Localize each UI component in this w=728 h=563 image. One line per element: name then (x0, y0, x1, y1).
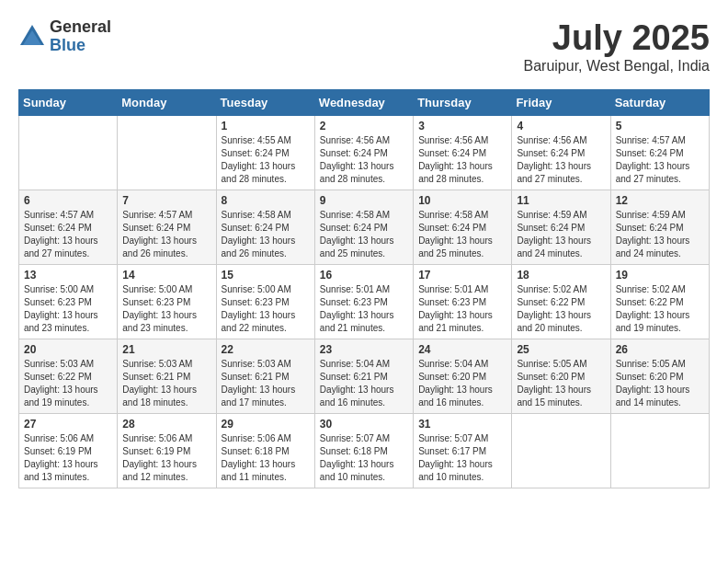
calendar-cell: 29Sunrise: 5:06 AM Sunset: 6:18 PM Dayli… (216, 414, 314, 488)
day-number: 8 (222, 194, 310, 207)
day-number: 3 (418, 120, 506, 132)
cell-text: Sunrise: 5:05 AM Sunset: 6:20 PM Dayligh… (517, 358, 605, 409)
day-number: 1 (222, 120, 310, 132)
calendar-cell: 7Sunrise: 4:57 AM Sunset: 6:24 PM Daylig… (118, 190, 216, 265)
day-number: 15 (222, 269, 310, 282)
cell-text: Sunrise: 5:00 AM Sunset: 6:23 PM Dayligh… (222, 283, 310, 335)
calendar-cell: 18Sunrise: 5:02 AM Sunset: 6:22 PM Dayli… (512, 265, 610, 339)
cell-text: Sunrise: 4:56 AM Sunset: 6:24 PM Dayligh… (320, 134, 408, 186)
weekday-header-tuesday: Tuesday (216, 90, 314, 116)
cell-text: Sunrise: 4:56 AM Sunset: 6:24 PM Dayligh… (517, 134, 605, 186)
calendar-cell: 16Sunrise: 5:01 AM Sunset: 6:23 PM Dayli… (314, 265, 413, 339)
cell-text: Sunrise: 4:57 AM Sunset: 6:24 PM Dayligh… (616, 134, 704, 186)
day-number: 26 (616, 343, 704, 356)
logo-icon (18, 23, 46, 51)
cell-text: Sunrise: 4:55 AM Sunset: 6:24 PM Dayligh… (222, 134, 310, 186)
day-number: 20 (24, 343, 112, 356)
day-number: 7 (122, 194, 210, 207)
week-row-1: 1Sunrise: 4:55 AM Sunset: 6:24 PM Daylig… (19, 116, 710, 190)
calendar-cell: 17Sunrise: 5:01 AM Sunset: 6:23 PM Dayli… (414, 265, 512, 339)
calendar-cell: 5Sunrise: 4:57 AM Sunset: 6:24 PM Daylig… (610, 116, 709, 190)
calendar-cell: 8Sunrise: 4:58 AM Sunset: 6:24 PM Daylig… (216, 190, 314, 265)
day-number: 22 (222, 343, 310, 356)
week-row-4: 20Sunrise: 5:03 AM Sunset: 6:22 PM Dayli… (19, 339, 710, 414)
calendar-cell: 26Sunrise: 5:05 AM Sunset: 6:20 PM Dayli… (610, 339, 709, 414)
cell-text: Sunrise: 5:07 AM Sunset: 6:18 PM Dayligh… (320, 432, 408, 484)
calendar-cell: 2Sunrise: 4:56 AM Sunset: 6:24 PM Daylig… (314, 116, 413, 190)
calendar-cell: 4Sunrise: 4:56 AM Sunset: 6:24 PM Daylig… (512, 116, 610, 190)
day-number: 28 (122, 418, 210, 431)
calendar-cell: 3Sunrise: 4:56 AM Sunset: 6:24 PM Daylig… (414, 116, 512, 190)
location-title: Baruipur, West Bengal, India (524, 58, 711, 75)
cell-text: Sunrise: 4:58 AM Sunset: 6:24 PM Dayligh… (320, 209, 408, 260)
calendar-cell: 12Sunrise: 4:59 AM Sunset: 6:24 PM Dayli… (610, 190, 709, 265)
cell-text: Sunrise: 5:03 AM Sunset: 6:22 PM Dayligh… (24, 358, 112, 409)
calendar-cell: 13Sunrise: 5:00 AM Sunset: 6:23 PM Dayli… (19, 265, 118, 339)
day-number: 6 (24, 194, 112, 207)
calendar-cell: 19Sunrise: 5:02 AM Sunset: 6:22 PM Dayli… (610, 265, 709, 339)
calendar-cell: 1Sunrise: 4:55 AM Sunset: 6:24 PM Daylig… (216, 116, 314, 190)
cell-text: Sunrise: 5:03 AM Sunset: 6:21 PM Dayligh… (122, 358, 210, 409)
title-area: July 2025 Baruipur, West Bengal, India (524, 18, 711, 75)
cell-text: Sunrise: 4:59 AM Sunset: 6:24 PM Dayligh… (616, 209, 704, 260)
cell-text: Sunrise: 4:58 AM Sunset: 6:24 PM Dayligh… (418, 209, 506, 260)
calendar-cell: 11Sunrise: 4:59 AM Sunset: 6:24 PM Dayli… (512, 190, 610, 265)
cell-text: Sunrise: 5:04 AM Sunset: 6:21 PM Dayligh… (320, 358, 408, 409)
cell-text: Sunrise: 5:00 AM Sunset: 6:23 PM Dayligh… (122, 283, 210, 335)
calendar-cell: 15Sunrise: 5:00 AM Sunset: 6:23 PM Dayli… (216, 265, 314, 339)
calendar-cell (19, 116, 118, 190)
day-number: 18 (517, 269, 605, 282)
calendar-cell: 21Sunrise: 5:03 AM Sunset: 6:21 PM Dayli… (118, 339, 216, 414)
calendar-cell (118, 116, 216, 190)
cell-text: Sunrise: 5:06 AM Sunset: 6:19 PM Dayligh… (24, 432, 112, 484)
day-number: 30 (320, 418, 408, 431)
week-row-2: 6Sunrise: 4:57 AM Sunset: 6:24 PM Daylig… (19, 190, 710, 265)
day-number: 4 (517, 120, 605, 132)
day-number: 10 (418, 194, 506, 207)
logo-general-text: General (50, 18, 111, 37)
calendar-cell: 25Sunrise: 5:05 AM Sunset: 6:20 PM Dayli… (512, 339, 610, 414)
cell-text: Sunrise: 4:57 AM Sunset: 6:24 PM Dayligh… (24, 209, 112, 260)
calendar-cell: 14Sunrise: 5:00 AM Sunset: 6:23 PM Dayli… (118, 265, 216, 339)
calendar-cell: 23Sunrise: 5:04 AM Sunset: 6:21 PM Dayli… (314, 339, 413, 414)
weekday-header-saturday: Saturday (610, 90, 709, 116)
calendar-cell: 10Sunrise: 4:58 AM Sunset: 6:24 PM Dayli… (414, 190, 512, 265)
page-header: General Blue July 2025 Baruipur, West Be… (18, 18, 710, 75)
cell-text: Sunrise: 5:07 AM Sunset: 6:17 PM Dayligh… (418, 432, 506, 484)
cell-text: Sunrise: 5:06 AM Sunset: 6:19 PM Dayligh… (122, 432, 210, 484)
calendar-cell: 22Sunrise: 5:03 AM Sunset: 6:21 PM Dayli… (216, 339, 314, 414)
cell-text: Sunrise: 5:06 AM Sunset: 6:18 PM Dayligh… (222, 432, 310, 484)
calendar-cell: 6Sunrise: 4:57 AM Sunset: 6:24 PM Daylig… (19, 190, 118, 265)
calendar-cell: 27Sunrise: 5:06 AM Sunset: 6:19 PM Dayli… (19, 414, 118, 488)
calendar-cell: 9Sunrise: 4:58 AM Sunset: 6:24 PM Daylig… (314, 190, 413, 265)
day-number: 24 (418, 343, 506, 356)
logo: General Blue (18, 18, 111, 55)
day-number: 29 (222, 418, 310, 431)
cell-text: Sunrise: 4:58 AM Sunset: 6:24 PM Dayligh… (222, 209, 310, 260)
cell-text: Sunrise: 5:02 AM Sunset: 6:22 PM Dayligh… (616, 283, 704, 335)
day-number: 16 (320, 269, 408, 282)
day-number: 5 (616, 120, 704, 132)
cell-text: Sunrise: 5:02 AM Sunset: 6:22 PM Dayligh… (517, 283, 605, 335)
day-number: 31 (418, 418, 506, 431)
cell-text: Sunrise: 4:57 AM Sunset: 6:24 PM Dayligh… (122, 209, 210, 260)
day-number: 9 (320, 194, 408, 207)
week-row-3: 13Sunrise: 5:00 AM Sunset: 6:23 PM Dayli… (19, 265, 710, 339)
cell-text: Sunrise: 4:59 AM Sunset: 6:24 PM Dayligh… (517, 209, 605, 260)
cell-text: Sunrise: 5:01 AM Sunset: 6:23 PM Dayligh… (320, 283, 408, 335)
cell-text: Sunrise: 5:03 AM Sunset: 6:21 PM Dayligh… (222, 358, 310, 409)
weekday-header-monday: Monday (118, 90, 216, 116)
day-number: 17 (418, 269, 506, 282)
cell-text: Sunrise: 4:56 AM Sunset: 6:24 PM Dayligh… (418, 134, 506, 186)
day-number: 21 (122, 343, 210, 356)
cell-text: Sunrise: 5:04 AM Sunset: 6:20 PM Dayligh… (418, 358, 506, 409)
day-number: 25 (517, 343, 605, 356)
calendar-cell (512, 414, 610, 488)
calendar-cell: 30Sunrise: 5:07 AM Sunset: 6:18 PM Dayli… (314, 414, 413, 488)
cell-text: Sunrise: 5:01 AM Sunset: 6:23 PM Dayligh… (418, 283, 506, 335)
calendar-table: SundayMondayTuesdayWednesdayThursdayFrid… (18, 89, 710, 488)
calendar-cell: 24Sunrise: 5:04 AM Sunset: 6:20 PM Dayli… (414, 339, 512, 414)
day-number: 27 (24, 418, 112, 431)
day-number: 11 (517, 194, 605, 207)
cell-text: Sunrise: 5:00 AM Sunset: 6:23 PM Dayligh… (24, 283, 112, 335)
